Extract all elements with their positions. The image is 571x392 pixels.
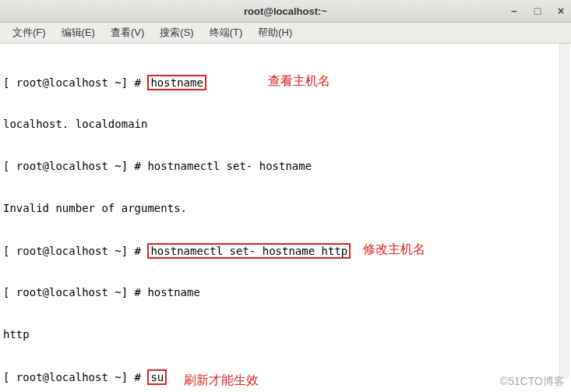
terminal-line: [ root@localhost ~] # hostnamectl set- h… bbox=[3, 243, 568, 257]
prompt: [ root@localhost ~] # bbox=[3, 76, 147, 89]
watermark: ©51CTO博客 bbox=[500, 375, 565, 389]
command-highlight: hostnamectl set- hostname http bbox=[147, 243, 351, 259]
window-controls: – □ × bbox=[509, 0, 566, 22]
menu-help[interactable]: 帮助(H) bbox=[250, 24, 300, 41]
close-icon[interactable]: × bbox=[555, 5, 566, 17]
output: localhost. localdomain bbox=[3, 118, 147, 130]
annotation-refresh: 刷新才能生效 bbox=[184, 373, 259, 387]
terminal-line: [ root@localhost ~] # hostnamectl set- h… bbox=[3, 159, 568, 173]
menu-file[interactable]: 文件(F) bbox=[5, 24, 54, 41]
terminal-line: localhost. localdomain bbox=[3, 117, 568, 131]
command: hostnamectl set- hostname bbox=[147, 160, 312, 172]
window-title: root@localhost:~ bbox=[244, 5, 327, 17]
minimize-icon[interactable]: – bbox=[509, 5, 520, 17]
terminal-line: Invalid number of arguments. bbox=[3, 201, 568, 215]
command-highlight: su bbox=[147, 369, 167, 385]
command-highlight: hostname bbox=[147, 75, 206, 90]
scrollbar[interactable] bbox=[559, 44, 569, 379]
terminal-line: [ root@localhost ~] # su刷新才能生效 bbox=[3, 369, 568, 383]
annotation-view-hostname: 查看主机名 bbox=[268, 74, 330, 88]
window-titlebar: root@localhost:~ – □ × bbox=[0, 0, 571, 23]
terminal-line: [ root@localhost ~] # hostname查看主机名 bbox=[3, 75, 568, 89]
command: hostname bbox=[147, 286, 199, 298]
terminal-area[interactable]: [ root@localhost ~] # hostname查看主机名 loca… bbox=[0, 44, 571, 392]
prompt: [ root@localhost ~] # bbox=[3, 245, 147, 257]
prompt: [ root@localhost ~] # bbox=[3, 371, 147, 383]
maximize-icon[interactable]: □ bbox=[532, 5, 543, 17]
output: http bbox=[3, 328, 30, 341]
menu-search[interactable]: 搜索(S) bbox=[152, 24, 201, 41]
terminal-line: [ root@localhost ~] # hostname bbox=[3, 285, 568, 299]
menubar: 文件(F) 编辑(E) 查看(V) 搜索(S) 终端(T) 帮助(H) bbox=[0, 23, 571, 44]
terminal-line: http bbox=[3, 327, 568, 341]
menu-terminal[interactable]: 终端(T) bbox=[202, 24, 251, 41]
prompt: [ root@localhost ~] # bbox=[3, 160, 147, 172]
output: Invalid number of arguments. bbox=[3, 202, 187, 214]
annotation-change-hostname: 修改主机名 bbox=[363, 242, 425, 256]
prompt: [ root@localhost ~] # bbox=[3, 286, 147, 298]
menu-view[interactable]: 查看(V) bbox=[103, 24, 152, 41]
menu-edit[interactable]: 编辑(E) bbox=[54, 24, 103, 41]
